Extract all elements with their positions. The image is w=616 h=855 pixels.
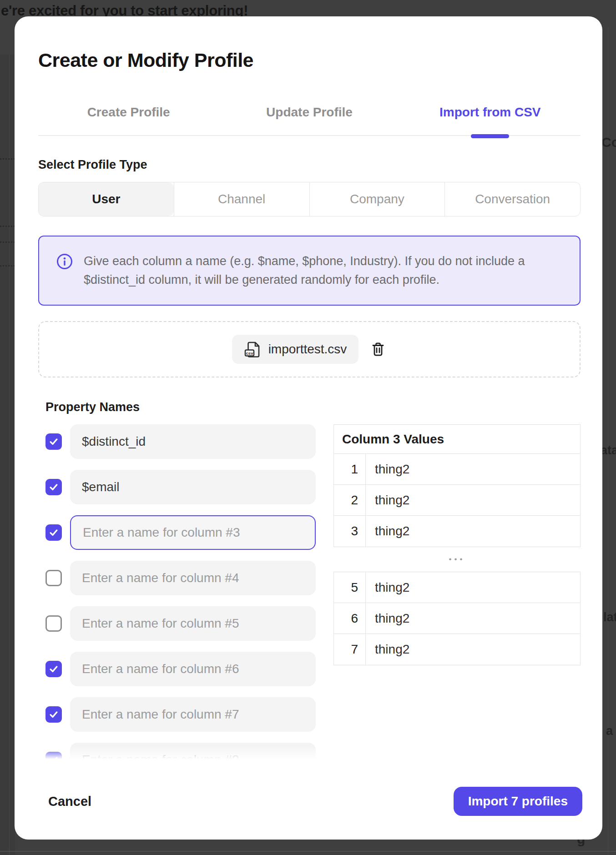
values-table-row: 6thing2 xyxy=(334,603,580,634)
modal-footer: Cancel Import 7 profiles xyxy=(45,787,582,816)
cancel-button[interactable]: Cancel xyxy=(45,794,94,810)
uploaded-file-pill: csv importtest.csv xyxy=(232,335,359,364)
property-name-input[interactable]: Enter a name for column #6 xyxy=(70,652,316,686)
property-name-placeholder: Enter a name for column #8 xyxy=(82,753,239,759)
info-text: Give each column a name (e.g. $name, $ph… xyxy=(84,252,525,289)
property-rows: $distinct_id$emailEnter a name for colum… xyxy=(38,424,316,759)
row-value: thing2 xyxy=(366,454,580,484)
info-icon xyxy=(56,253,73,270)
svg-text:csv: csv xyxy=(246,351,253,356)
csv-file-icon: csv xyxy=(244,340,262,358)
property-name-input[interactable]: $email xyxy=(70,470,316,504)
row-index: 2 xyxy=(334,485,366,515)
property-name-placeholder: Enter a name for column #6 xyxy=(82,662,239,676)
property-checkbox-unchecked[interactable] xyxy=(45,615,62,632)
property-checkbox-checked[interactable] xyxy=(45,433,62,450)
modal-tabs: Create Profile Update Profile Import fro… xyxy=(38,105,581,136)
values-table-header: Column 3 Values xyxy=(334,425,580,454)
trash-icon xyxy=(369,341,387,358)
values-table-row: 1thing2 xyxy=(334,454,580,485)
values-table-row: 3thing2 xyxy=(334,516,580,547)
row-value: thing2 xyxy=(366,603,580,634)
property-row: Enter a name for column #5 xyxy=(45,606,316,641)
uploaded-file-name: importtest.csv xyxy=(268,342,347,357)
background-fragment: lat xyxy=(603,610,616,624)
row-value: thing2 xyxy=(366,634,580,665)
property-name-value: $distinct_id xyxy=(82,434,146,449)
property-name-input[interactable]: Enter a name for column #7 xyxy=(70,697,316,732)
property-checkbox-checked[interactable] xyxy=(45,661,62,677)
row-value: thing2 xyxy=(366,516,580,547)
property-name-input[interactable]: Enter a name for column #5 xyxy=(70,606,316,641)
values-table-bottom-rows: 5thing26thing27thing2 xyxy=(334,572,580,665)
property-row: Enter a name for column #4 xyxy=(45,561,316,595)
profile-type-selector: User Channel Company Conversation xyxy=(38,182,581,216)
property-row: Enter a name for column #8 xyxy=(45,743,316,759)
property-name-placeholder: Enter a name for column #5 xyxy=(82,616,239,631)
row-index: 7 xyxy=(334,634,366,665)
modal-title: Create or Modify Profile xyxy=(38,49,581,71)
property-checkbox-unchecked[interactable] xyxy=(45,570,62,586)
property-row: Enter a name for column #3 xyxy=(45,515,316,550)
property-name-input[interactable]: $distinct_id xyxy=(70,424,316,459)
active-tab-underline xyxy=(471,134,509,138)
values-table-top-block: Column 3 Values 1thing22thing23thing2 xyxy=(333,424,581,547)
property-rows-list: $distinct_id$emailEnter a name for colum… xyxy=(45,424,316,759)
profile-type-conversation[interactable]: Conversation xyxy=(444,182,580,216)
property-checkbox-checked[interactable] xyxy=(45,479,62,495)
property-row: Enter a name for column #6 xyxy=(45,652,316,686)
background-left-table-edge xyxy=(0,55,15,855)
import-profiles-button[interactable]: Import 7 profiles xyxy=(454,787,582,816)
values-table-bottom-block: 5thing26thing27thing2 xyxy=(333,572,581,665)
background-bottom-rule xyxy=(0,851,616,852)
profile-type-label: Select Profile Type xyxy=(38,158,581,172)
tab-create-profile[interactable]: Create Profile xyxy=(38,105,219,135)
values-table-row: 7thing2 xyxy=(334,634,580,665)
property-name-input[interactable]: Enter a name for column #8 xyxy=(70,743,316,759)
profile-type-company[interactable]: Company xyxy=(309,182,445,216)
background-fragment: a xyxy=(606,724,613,738)
row-index: 3 xyxy=(334,516,366,547)
mapping-columns: $distinct_id$emailEnter a name for colum… xyxy=(38,424,581,759)
row-index: 1 xyxy=(334,454,366,484)
profile-type-user[interactable]: User xyxy=(39,182,174,216)
property-row: Enter a name for column #7 xyxy=(45,697,316,732)
file-dropzone[interactable]: csv importtest.csv xyxy=(38,321,581,377)
property-name-value: $email xyxy=(82,480,119,494)
property-names-label: Property Names xyxy=(45,400,581,414)
property-row: $email xyxy=(45,470,316,504)
property-name-placeholder: Enter a name for column #3 xyxy=(83,525,240,540)
info-banner: Give each column a name (e.g. $name, $ph… xyxy=(38,236,581,306)
property-name-placeholder: Enter a name for column #4 xyxy=(82,571,239,585)
property-row: $distinct_id xyxy=(45,424,316,459)
row-index: 5 xyxy=(334,572,366,603)
import-profile-modal: Create or Modify Profile Create Profile … xyxy=(15,16,602,840)
property-checkbox-checked[interactable] xyxy=(45,524,62,541)
row-value: thing2 xyxy=(366,572,580,603)
background-fragment: Col xyxy=(601,135,616,150)
row-index: 6 xyxy=(334,603,366,634)
row-value: thing2 xyxy=(366,485,580,515)
tab-import-from-csv[interactable]: Import from CSV xyxy=(400,105,581,135)
background-fragment: ata xyxy=(601,443,616,458)
profile-type-channel[interactable]: Channel xyxy=(174,182,309,216)
column-values-table: Column 3 Values 1thing22thing23thing2 ••… xyxy=(333,424,581,665)
values-table-ellipsis: ••• xyxy=(333,547,581,572)
property-name-input[interactable]: Enter a name for column #4 xyxy=(70,561,316,595)
values-table-top-rows: 1thing22thing23thing2 xyxy=(334,454,580,547)
values-table-row: 2thing2 xyxy=(334,485,580,516)
remove-file-button[interactable] xyxy=(369,341,387,358)
property-name-input[interactable]: Enter a name for column #3 xyxy=(70,515,316,550)
values-table-row: 5thing2 xyxy=(334,572,580,603)
property-checkbox-checked[interactable] xyxy=(45,706,62,723)
property-name-placeholder: Enter a name for column #7 xyxy=(82,707,239,722)
property-checkbox-checked[interactable] xyxy=(45,752,62,759)
tab-update-profile[interactable]: Update Profile xyxy=(219,105,399,135)
